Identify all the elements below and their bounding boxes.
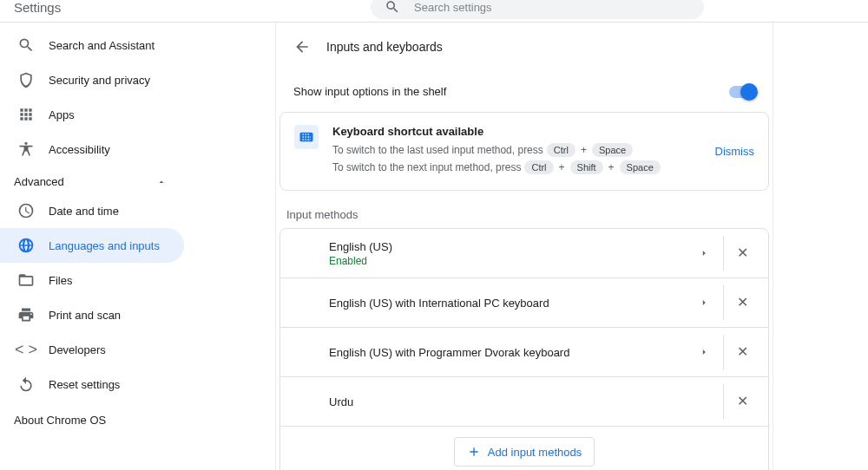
chevron-up-icon bbox=[156, 177, 167, 187]
kbd-key: Space bbox=[620, 160, 661, 174]
input-methods-list: English (US) Enabled ✕ English (US) with… bbox=[279, 228, 769, 470]
sidebar-group-advanced[interactable]: Advanced bbox=[0, 170, 184, 193]
details-button[interactable] bbox=[685, 236, 723, 271]
search-icon bbox=[17, 36, 35, 54]
search-placeholder: Search settings bbox=[414, 1, 492, 14]
chevron-right-icon bbox=[698, 297, 710, 309]
input-method-row[interactable]: Urdu ✕ bbox=[280, 377, 768, 427]
search-input[interactable]: Search settings bbox=[371, 0, 704, 19]
input-method-status: Enabled bbox=[329, 255, 685, 267]
sidebar-item-label: Files bbox=[49, 274, 72, 287]
banner-line-2: To switch to the next input method, pres… bbox=[332, 160, 708, 174]
close-icon: ✕ bbox=[737, 395, 748, 408]
shelf-option-toggle[interactable] bbox=[729, 86, 755, 98]
banner-title: Keyboard shortcut available bbox=[332, 125, 708, 138]
app-header: Settings Search settings bbox=[0, 0, 868, 23]
sidebar-item-print-scan[interactable]: Print and scan bbox=[0, 297, 184, 332]
sidebar-item-label: Developers bbox=[49, 343, 106, 356]
sidebar-item-apps[interactable]: Apps bbox=[0, 97, 184, 132]
keyboard-icon bbox=[294, 125, 319, 149]
details-button[interactable] bbox=[685, 285, 723, 320]
input-method-name: English (US) bbox=[329, 240, 685, 253]
close-icon: ✕ bbox=[737, 296, 748, 310]
shelf-option-label: Show input options in the shelf bbox=[293, 85, 446, 98]
input-method-row[interactable]: English (US) with Programmer Dvorak keyb… bbox=[280, 328, 768, 377]
shortcut-banner: Keyboard shortcut available To switch to… bbox=[279, 112, 769, 191]
main-pane: Inputs and keyboards Show input options … bbox=[275, 23, 773, 470]
sidebar-item-security-privacy[interactable]: Security and privacy bbox=[0, 62, 184, 97]
accessibility-icon bbox=[17, 140, 35, 158]
sidebar-item-label: Languages and inputs bbox=[49, 239, 160, 252]
shelf-option-row: Show input options in the shelf bbox=[276, 71, 773, 112]
kbd-key: Ctrl bbox=[547, 143, 575, 157]
sidebar-item-label: Search and Assistant bbox=[49, 39, 155, 52]
sidebar-item-label: Reset settings bbox=[49, 378, 120, 391]
remove-button[interactable]: ✕ bbox=[723, 285, 761, 320]
plus-icon bbox=[467, 445, 481, 459]
input-method-row[interactable]: English (US) Enabled ✕ bbox=[280, 229, 768, 278]
remove-button[interactable]: ✕ bbox=[723, 236, 761, 271]
input-method-name: Urdu bbox=[329, 395, 685, 408]
reset-icon bbox=[17, 375, 35, 393]
sidebar-item-search-assistant[interactable]: Search and Assistant bbox=[0, 28, 184, 62]
sidebar-item-label: Security and privacy bbox=[49, 74, 150, 87]
code-icon: < > bbox=[17, 341, 35, 358]
banner-line-1: To switch to the last used input method,… bbox=[332, 143, 708, 157]
chevron-right-icon bbox=[698, 247, 710, 259]
close-icon: ✕ bbox=[737, 246, 748, 260]
pane-title: Inputs and keyboards bbox=[326, 40, 443, 54]
kbd-key: Ctrl bbox=[524, 160, 553, 174]
back-icon[interactable] bbox=[293, 38, 311, 55]
sidebar-item-label: Date and time bbox=[49, 205, 119, 218]
print-icon bbox=[17, 306, 35, 323]
chevron-right-icon bbox=[698, 346, 710, 358]
input-method-name: English (US) with International PC keybo… bbox=[329, 297, 685, 310]
details-button[interactable] bbox=[685, 335, 723, 369]
apps-icon bbox=[17, 106, 35, 123]
pane-header: Inputs and keyboards bbox=[276, 23, 773, 71]
sidebar-item-label: Print and scan bbox=[49, 309, 121, 322]
dismiss-button[interactable]: Dismiss bbox=[715, 145, 755, 158]
sidebar-item-languages-inputs[interactable]: Languages and inputs bbox=[0, 228, 184, 263]
kbd-key: Space bbox=[592, 143, 633, 157]
sidebar-item-label: Apps bbox=[49, 108, 75, 121]
sidebar-item-label: Accessibility bbox=[49, 143, 110, 156]
sidebar-item-developers[interactable]: < > Developers bbox=[0, 332, 184, 367]
remove-button[interactable]: ✕ bbox=[723, 335, 761, 369]
sidebar-item-reset-settings[interactable]: Reset settings bbox=[0, 367, 184, 401]
folder-icon bbox=[17, 271, 35, 289]
shield-icon bbox=[17, 71, 35, 88]
kbd-key: Shift bbox=[570, 160, 603, 174]
add-input-methods-button[interactable]: Add input methods bbox=[454, 437, 595, 467]
search-icon bbox=[385, 0, 400, 15]
input-method-name: English (US) with Programmer Dvorak keyb… bbox=[329, 346, 685, 359]
sidebar-item-about[interactable]: About Chrome OS bbox=[0, 401, 184, 439]
app-title: Settings bbox=[14, 0, 61, 15]
sidebar-item-accessibility[interactable]: Accessibility bbox=[0, 132, 184, 166]
remove-button[interactable]: ✕ bbox=[723, 384, 761, 419]
close-icon: ✕ bbox=[737, 345, 748, 359]
input-method-row[interactable]: English (US) with International PC keybo… bbox=[280, 278, 768, 328]
sidebar-group-label: Advanced bbox=[14, 175, 64, 188]
clock-icon bbox=[17, 202, 35, 219]
sidebar: Search and Assistant Security and privac… bbox=[0, 23, 184, 470]
sidebar-item-date-time[interactable]: Date and time bbox=[0, 193, 184, 228]
add-label: Add input methods bbox=[488, 446, 582, 459]
globe-icon bbox=[17, 237, 35, 254]
input-methods-label: Input methods bbox=[276, 191, 773, 228]
sidebar-item-files[interactable]: Files bbox=[0, 263, 184, 297]
